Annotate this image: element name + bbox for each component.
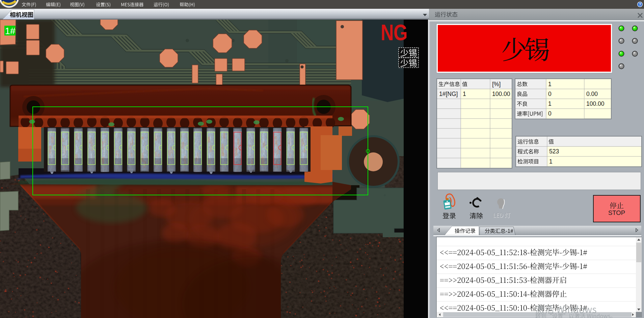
svg-text:?: ? [639, 2, 641, 6]
svg-text:100.00: 100.00 [492, 91, 510, 97]
svg-text:1: 1 [549, 158, 553, 165]
svg-text:0: 0 [548, 91, 552, 97]
svg-text:1: 1 [548, 100, 552, 107]
svg-text:1: 1 [548, 81, 552, 88]
svg-text:NG: NG [381, 20, 407, 45]
svg-text:[%]: [%] [492, 81, 501, 88]
svg-text:0.00: 0.00 [586, 91, 598, 97]
svg-text:0: 0 [548, 110, 552, 117]
svg-text:523: 523 [549, 148, 559, 155]
svg-text:1#: 1# [5, 26, 16, 36]
svg-text:1: 1 [463, 91, 466, 97]
svg-text:100.00: 100.00 [586, 100, 605, 107]
svg-text:STOP: STOP [608, 209, 625, 216]
svg-text:1#[NG]: 1#[NG] [439, 91, 458, 97]
